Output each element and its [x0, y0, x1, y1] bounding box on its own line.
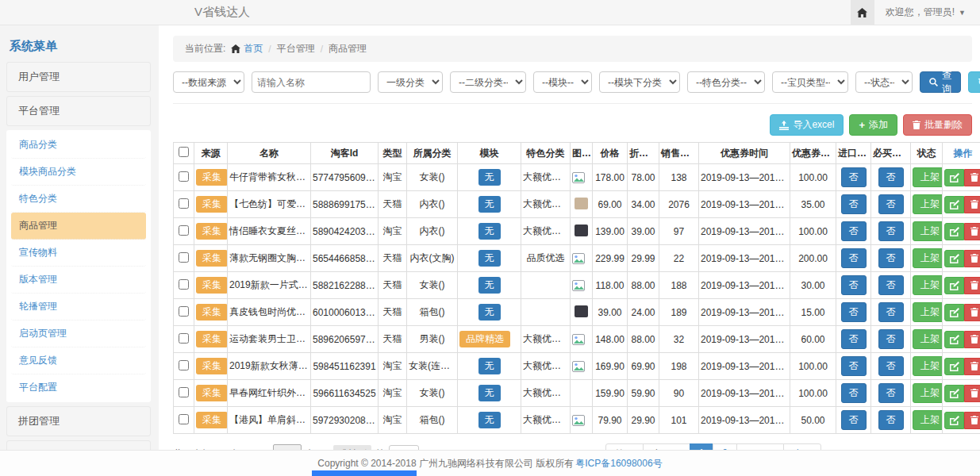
import-optional-button[interactable]: 否	[841, 410, 867, 430]
status-button[interactable]: 上架	[913, 194, 943, 214]
edit-button[interactable]	[944, 223, 964, 240]
import-optional-button[interactable]: 否	[841, 194, 867, 214]
sidebar-subitem-商品管理[interactable]: 商品管理	[11, 213, 146, 240]
must-buy-button[interactable]: 否	[878, 167, 904, 187]
import-optional-button[interactable]: 否	[841, 356, 867, 376]
status-button[interactable]: 上架	[913, 221, 943, 241]
page-button-1[interactable]: 1	[690, 443, 714, 450]
row-checkbox[interactable]	[179, 225, 189, 236]
search-button[interactable]: 查询	[920, 71, 961, 93]
status-button[interactable]: 上架	[913, 329, 943, 349]
user-menu[interactable]: 欢迎您，管理员! ▼	[874, 6, 980, 19]
sidebar-subitem-平台配置[interactable]: 平台配置	[11, 374, 146, 401]
edit-button[interactable]	[944, 358, 964, 375]
delete-button[interactable]	[964, 250, 980, 267]
delete-button[interactable]	[964, 169, 980, 186]
import-optional-button[interactable]: 否	[841, 383, 867, 403]
must-buy-button[interactable]: 否	[878, 356, 904, 376]
must-buy-button[interactable]: 否	[878, 302, 904, 322]
import-optional-button[interactable]: 否	[841, 329, 867, 349]
filter-select-data-source[interactable]: --数据来源--	[173, 71, 244, 93]
status-button[interactable]: 上架	[913, 302, 943, 322]
page-button-下一页[interactable]: 下一页	[736, 443, 784, 450]
status-button[interactable]: 上架	[913, 248, 943, 268]
import-optional-button[interactable]: 否	[841, 248, 867, 268]
import-optional-button[interactable]: 否	[841, 167, 867, 187]
status-button[interactable]: 上架	[913, 410, 943, 430]
sidebar-item-省惠快报[interactable]: 省惠快报	[6, 440, 151, 450]
must-buy-button[interactable]: 否	[878, 410, 904, 430]
edit-button[interactable]	[944, 304, 964, 321]
edit-button[interactable]	[944, 169, 964, 186]
status-button[interactable]: 上架	[913, 383, 943, 403]
must-buy-button[interactable]: 否	[878, 383, 904, 403]
sidebar-item-拼团管理[interactable]: 拼团管理	[6, 406, 151, 436]
filter-select-feature-category[interactable]: --特色分类--	[687, 71, 765, 93]
must-buy-button[interactable]: 否	[878, 329, 904, 349]
filter-input-product-name[interactable]	[252, 71, 371, 93]
row-checkbox[interactable]	[179, 387, 189, 397]
edit-button[interactable]	[944, 412, 964, 429]
sidebar-subitem-商品分类[interactable]: 商品分类	[11, 132, 146, 159]
filter-select-status[interactable]: --状态--	[855, 71, 913, 93]
sidebar-item-平台管理[interactable]: 平台管理	[6, 96, 151, 126]
delete-button[interactable]	[964, 277, 980, 294]
select-all-checkbox[interactable]	[179, 147, 189, 157]
delete-button[interactable]	[964, 358, 980, 375]
home-nav-button[interactable]	[851, 0, 874, 25]
row-checkbox[interactable]	[179, 279, 189, 290]
reset-button[interactable]: ↻重置	[968, 71, 980, 93]
edit-button[interactable]	[944, 331, 964, 348]
page-button-2[interactable]: 2	[713, 443, 737, 450]
per-page-select[interactable]: 10	[273, 444, 302, 450]
delete-button[interactable]	[964, 196, 980, 213]
row-checkbox[interactable]	[179, 252, 189, 263]
edit-button[interactable]	[944, 196, 964, 213]
edit-button[interactable]	[944, 385, 964, 402]
sidebar-subitem-意见反馈[interactable]: 意见反馈	[11, 347, 146, 374]
sidebar-subitem-启动页管理[interactable]: 启动页管理	[11, 321, 146, 347]
must-buy-button[interactable]: 否	[878, 194, 904, 214]
delete-button[interactable]	[964, 385, 980, 402]
status-button[interactable]: 上架	[913, 356, 943, 376]
delete-button[interactable]	[964, 223, 980, 240]
page-button-首页[interactable]: 首页	[605, 443, 644, 450]
import-excel-button[interactable]: 导入excel	[770, 114, 844, 136]
row-checkbox[interactable]	[179, 198, 189, 209]
filter-select-item-type[interactable]: --宝贝类型--	[772, 71, 848, 93]
row-checkbox[interactable]	[179, 306, 189, 317]
sidebar-subitem-宣传物料[interactable]: 宣传物料	[11, 240, 146, 267]
icp-link[interactable]: 粤ICP备16098006号	[575, 457, 662, 470]
row-checkbox[interactable]	[179, 414, 189, 424]
page-button-末页[interactable]: 末页	[783, 443, 821, 450]
filter-select-module[interactable]: --模块--	[533, 71, 592, 93]
sidebar-subitem-特色分类[interactable]: 特色分类	[11, 186, 146, 213]
import-optional-button[interactable]: 否	[841, 221, 867, 241]
edit-button[interactable]	[944, 250, 964, 267]
batch-delete-button[interactable]: 批量删除	[903, 114, 972, 136]
sidebar-subitem-模块商品分类[interactable]: 模块商品分类	[11, 159, 146, 186]
page-button-上一页[interactable]: 上一页	[643, 443, 690, 450]
must-buy-button[interactable]: 否	[878, 248, 904, 268]
delete-button[interactable]	[964, 331, 980, 348]
edit-button[interactable]	[944, 277, 964, 294]
import-optional-button[interactable]: 否	[841, 275, 867, 295]
filter-select-level2-category[interactable]: --二级分类--	[450, 71, 526, 93]
row-checkbox[interactable]	[179, 360, 189, 370]
add-button[interactable]: + 添加	[849, 114, 897, 136]
sidebar-subitem-版本管理[interactable]: 版本管理	[11, 267, 146, 294]
must-buy-button[interactable]: 否	[878, 221, 904, 241]
delete-button[interactable]	[964, 304, 980, 321]
breadcrumb-home-link[interactable]: 首页	[244, 42, 263, 56]
filter-select-module-sub-category[interactable]: --模块下分类--	[599, 71, 680, 93]
sidebar-item-用户管理[interactable]: 用户管理	[6, 62, 151, 92]
import-optional-button[interactable]: 否	[841, 302, 867, 322]
delete-button[interactable]	[964, 412, 980, 429]
must-buy-button[interactable]: 否	[878, 275, 904, 295]
sidebar-subitem-轮播管理[interactable]: 轮播管理	[11, 294, 146, 321]
row-checkbox[interactable]	[179, 171, 189, 182]
filter-select-level1-category[interactable]: 一级分类	[378, 71, 443, 93]
breadcrumb-platform[interactable]: 平台管理	[277, 42, 315, 56]
status-button[interactable]: 上架	[913, 167, 943, 187]
status-button[interactable]: 上架	[913, 275, 943, 295]
